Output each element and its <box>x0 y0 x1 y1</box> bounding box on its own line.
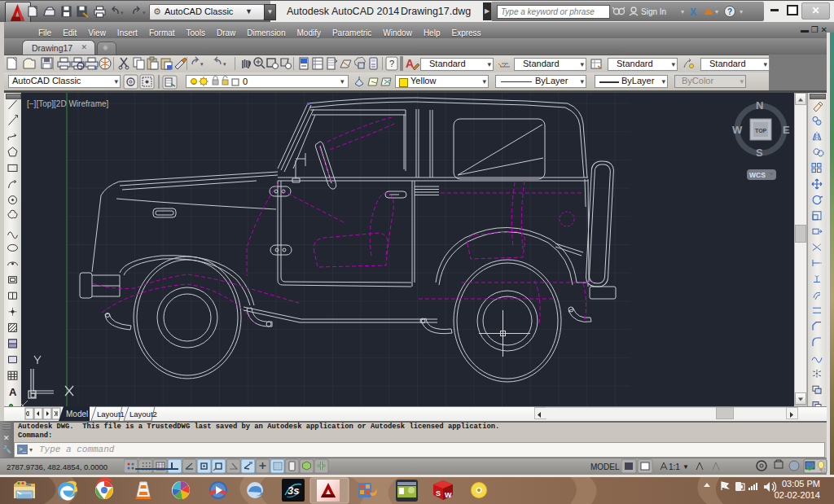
svg-text:▼: ▼ <box>683 463 689 471</box>
svg-text:TOP: TOP <box>755 128 767 134</box>
svg-text:S: S <box>436 489 441 497</box>
svg-text:Model: Model <box>66 410 88 419</box>
svg-text:?: ? <box>389 59 394 68</box>
svg-text:3s: 3s <box>288 484 299 497</box>
svg-text:▾: ▾ <box>223 61 226 67</box>
svg-text:▾: ▾ <box>143 10 146 15</box>
svg-text:N: N <box>756 99 763 112</box>
svg-text:A: A <box>9 386 17 398</box>
svg-text:Sign In: Sign In <box>641 7 666 16</box>
svg-text:Layout2: Layout2 <box>129 410 157 419</box>
svg-text:E: E <box>783 124 790 136</box>
svg-text:?: ? <box>727 7 732 16</box>
svg-text:▾: ▾ <box>681 8 684 15</box>
svg-text:[−][Top][2D Wireframe]: [−][Top][2D Wireframe] <box>27 99 109 108</box>
svg-text:Layout1: Layout1 <box>97 410 125 419</box>
svg-text:▾: ▾ <box>340 77 345 85</box>
svg-text:S: S <box>756 147 763 159</box>
svg-text:▾: ▾ <box>121 10 124 15</box>
svg-text:▾: ▾ <box>200 61 204 67</box>
svg-text:A: A <box>406 57 414 70</box>
svg-text:WCS: WCS <box>749 171 766 179</box>
svg-text:▾: ▾ <box>715 8 718 15</box>
svg-text:W: W <box>732 124 743 136</box>
svg-text:1:1: 1:1 <box>669 462 680 471</box>
svg-text:0: 0 <box>243 77 248 86</box>
svg-text:W: W <box>445 491 452 499</box>
svg-text:▾: ▾ <box>740 8 743 15</box>
svg-text:X: X <box>690 7 696 18</box>
